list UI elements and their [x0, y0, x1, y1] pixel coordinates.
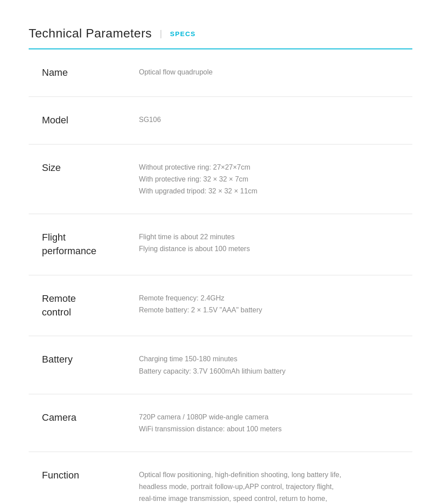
spec-label: Model	[29, 96, 130, 144]
table-row: RemotecontrolRemote frequency: 2.4GHzRem…	[29, 275, 412, 336]
table-row: NameOptical flow quadrupole	[29, 49, 412, 96]
table-row: ModelSG106	[29, 96, 412, 144]
table-row: FunctionOptical flow positioning, high-d…	[29, 452, 412, 504]
spec-label: Function	[29, 452, 130, 504]
page-container: Technical Parameters | SPECS NameOptical…	[0, 0, 441, 504]
page-title: Technical Parameters	[29, 26, 152, 41]
header-divider: |	[160, 29, 162, 39]
spec-label: Size	[29, 144, 130, 214]
specs-label: SPECS	[170, 30, 195, 37]
specs-table: NameOptical flow quadrupoleModelSG106Siz…	[29, 49, 412, 504]
header-section: Technical Parameters | SPECS	[29, 26, 412, 41]
table-row: FlightperformanceFlight time is about 22…	[29, 214, 412, 275]
spec-label: Camera	[29, 394, 130, 452]
spec-value: Remote frequency: 2.4GHzRemote battery: …	[130, 275, 412, 336]
spec-value: Charging time 150-180 minutesBattery cap…	[130, 336, 412, 394]
spec-value: Without protective ring: 27×27×7cmWith p…	[130, 144, 412, 214]
spec-label: Flightperformance	[29, 214, 130, 275]
spec-value: SG106	[130, 96, 412, 144]
spec-label: Battery	[29, 336, 130, 394]
spec-value: 720P camera / 1080P wide-angle cameraWiF…	[130, 394, 412, 452]
spec-value: Optical flow positioning, high-definitio…	[130, 452, 412, 504]
table-row: Camera720P camera / 1080P wide-angle cam…	[29, 394, 412, 452]
spec-value: Flight time is about 22 minutesFlying di…	[130, 214, 412, 275]
spec-label: Name	[29, 49, 130, 96]
spec-value: Optical flow quadrupole	[130, 49, 412, 96]
table-row: SizeWithout protective ring: 27×27×7cmWi…	[29, 144, 412, 214]
table-row: BatteryCharging time 150-180 minutesBatt…	[29, 336, 412, 394]
spec-label: Remotecontrol	[29, 275, 130, 336]
